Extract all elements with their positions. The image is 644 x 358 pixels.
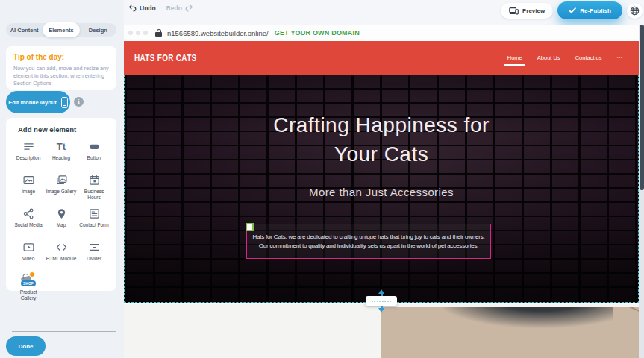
preview-button[interactable]: Preview bbox=[501, 3, 553, 19]
info-glyph: i bbox=[78, 98, 79, 105]
republish-button[interactable]: Re-Publish bbox=[557, 1, 622, 19]
divider-icon bbox=[87, 240, 101, 254]
section-resize-handle[interactable] bbox=[366, 296, 397, 306]
hero-subheading[interactable]: More than Just Accessories bbox=[125, 186, 638, 198]
contact-form-icon bbox=[87, 207, 101, 220]
nav-contact-us[interactable]: Contact us bbox=[575, 54, 602, 61]
edit-mobile-layout-label: Edit mobile layout bbox=[8, 99, 57, 106]
element-label: Button bbox=[87, 155, 101, 161]
preview-label: Preview bbox=[522, 7, 545, 14]
phone-icon bbox=[61, 97, 68, 108]
video-icon bbox=[21, 240, 36, 254]
element-label: Heading bbox=[52, 155, 70, 161]
browser-bar: n1566589.websitebuilder.online/ GET YOUR… bbox=[124, 25, 639, 41]
drag-grip-icon bbox=[372, 301, 392, 302]
shop-badge: SHOP bbox=[21, 280, 36, 286]
redo-label: Redo bbox=[166, 4, 182, 12]
element-label: Image Gallery bbox=[46, 189, 76, 195]
element-label: Divider bbox=[87, 256, 101, 262]
site-preview: n1566589.websitebuilder.online/ GET YOUR… bbox=[124, 25, 644, 358]
element-map[interactable]: Map bbox=[45, 207, 78, 235]
button-icon bbox=[87, 139, 101, 153]
language-globe-button[interactable] bbox=[627, 3, 643, 19]
check-icon bbox=[569, 7, 576, 13]
new-badge-icon bbox=[29, 271, 35, 277]
undo-label: Undo bbox=[140, 4, 156, 12]
selection-handle[interactable] bbox=[246, 223, 254, 231]
tab-label: AI Content bbox=[10, 27, 39, 34]
edit-mobile-layout-button[interactable]: Edit mobile layout bbox=[6, 91, 70, 113]
site-logo[interactable]: HATS FOR CATS bbox=[134, 53, 197, 63]
undo-button[interactable]: Undo bbox=[128, 4, 156, 12]
element-html-module[interactable]: HTML Module bbox=[45, 240, 78, 268]
element-label: Product Gallery bbox=[12, 289, 45, 301]
tab-ai-content[interactable]: AI Content bbox=[6, 23, 43, 37]
browser-dots bbox=[128, 31, 148, 35]
image-gallery-icon bbox=[54, 173, 69, 186]
sidebar-tabs: AI Content Elements Design bbox=[6, 23, 116, 37]
hero-heading[interactable]: Crafting Happiness for Your Cats bbox=[125, 111, 638, 169]
nav-more-menu[interactable]: ··· bbox=[617, 54, 623, 61]
preview-scrollbar[interactable] bbox=[639, 25, 644, 358]
element-label: Contact Form bbox=[79, 222, 108, 228]
hero-section[interactable]: Crafting Happiness for Your Cats More th… bbox=[124, 75, 639, 303]
redo-icon bbox=[185, 4, 193, 12]
description-icon bbox=[21, 139, 36, 153]
product-gallery-icon: SHOP bbox=[21, 274, 36, 287]
add-new-element-panel: Add new element Description Tt Heading B… bbox=[6, 118, 116, 291]
element-label: Image bbox=[22, 189, 35, 195]
element-divider[interactable]: Divider bbox=[78, 240, 110, 268]
info-icon[interactable]: i bbox=[74, 97, 84, 107]
tip-title: Tip of the day: bbox=[13, 53, 109, 61]
add-new-element-title: Add new element bbox=[18, 125, 110, 134]
element-label: HTML Module bbox=[46, 256, 77, 262]
map-icon bbox=[54, 207, 69, 220]
heading-icon: Tt bbox=[54, 139, 69, 153]
site-nav: Home About Us Contact us ··· bbox=[507, 41, 622, 75]
lock-icon bbox=[155, 29, 162, 37]
tab-design[interactable]: Design bbox=[80, 23, 116, 37]
resize-arrow-down-icon[interactable] bbox=[378, 308, 384, 313]
tab-elements[interactable]: Elements bbox=[43, 22, 79, 37]
scrollbar-thumb[interactable] bbox=[640, 25, 644, 190]
cat-photo[interactable] bbox=[381, 307, 639, 358]
tip-of-the-day-card: Tip of the day: Now you can add, move an… bbox=[6, 46, 116, 90]
done-label: Done bbox=[19, 343, 34, 350]
globe-icon bbox=[630, 6, 640, 16]
html-module-icon bbox=[54, 240, 69, 254]
element-business-hours[interactable]: Business Hours bbox=[78, 173, 110, 201]
redo-button[interactable]: Redo bbox=[166, 4, 193, 12]
section-options-sidebar: AI Content Elements Design Tip of the da… bbox=[0, 0, 124, 358]
hero-paragraph-selected[interactable]: Hats for Cats, we are dedicated to craft… bbox=[246, 224, 491, 259]
site-url: n1566589.websitebuilder.online/ bbox=[167, 29, 269, 37]
nav-home[interactable]: Home bbox=[507, 54, 522, 61]
sidebar-divider bbox=[12, 331, 116, 332]
tab-label: Elements bbox=[49, 27, 73, 34]
tab-label: Design bbox=[89, 27, 107, 34]
element-label: Social Media bbox=[14, 222, 42, 228]
element-button[interactable]: Button bbox=[78, 139, 110, 168]
element-social-media[interactable]: Social Media bbox=[12, 207, 45, 235]
tip-body: Now you can add, move and resize any ele… bbox=[13, 65, 109, 87]
undo-icon bbox=[128, 4, 137, 12]
element-label: Map bbox=[57, 222, 66, 228]
element-product-gallery[interactable]: SHOP Product Gallery bbox=[12, 274, 45, 302]
resize-arrow-up-icon[interactable] bbox=[378, 289, 384, 294]
business-hours-icon bbox=[87, 173, 101, 186]
element-image-gallery[interactable]: Image Gallery bbox=[45, 173, 78, 201]
element-heading[interactable]: Tt Heading bbox=[45, 139, 78, 168]
nav-about-us[interactable]: About Us bbox=[537, 54, 560, 61]
site-header: HATS FOR CATS Home About Us Contact us ·… bbox=[124, 41, 639, 75]
element-contact-form[interactable]: Contact Form bbox=[78, 207, 110, 235]
element-image[interactable]: Image bbox=[12, 173, 45, 201]
element-video[interactable]: Video bbox=[12, 240, 45, 268]
element-description[interactable]: Description bbox=[12, 139, 45, 168]
done-button[interactable]: Done bbox=[6, 336, 46, 356]
republish-label: Re-Publish bbox=[580, 7, 611, 14]
element-label: Business Hours bbox=[78, 189, 110, 201]
element-label: Description bbox=[16, 155, 41, 161]
devices-icon bbox=[509, 7, 519, 15]
element-grid: Description Tt Heading Button Image Imag… bbox=[12, 139, 110, 302]
image-icon bbox=[21, 173, 36, 186]
get-domain-link[interactable]: GET YOUR OWN DOMAIN bbox=[275, 29, 360, 37]
